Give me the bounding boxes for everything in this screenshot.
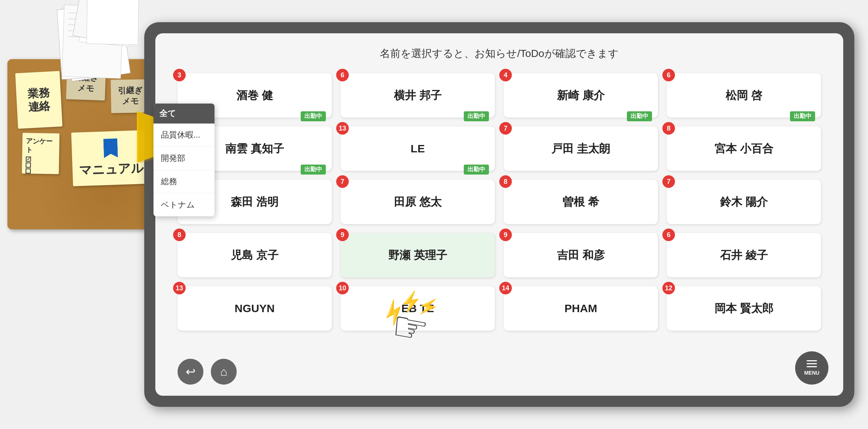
person-name-5: LE bbox=[411, 142, 425, 155]
badge-14: 9 bbox=[499, 229, 512, 241]
badge-17: 10 bbox=[336, 282, 349, 294]
menu-line-2 bbox=[807, 363, 817, 364]
person-name-13: 野瀬 英理子 bbox=[388, 248, 447, 263]
person-name-0: 酒巻 健 bbox=[236, 88, 273, 103]
person-card-5[interactable]: 13 LE 出勤中 bbox=[341, 126, 495, 171]
badge-5: 13 bbox=[336, 122, 349, 135]
dropdown-item-3[interactable]: ベトナム bbox=[153, 193, 215, 216]
dropdown-item-1[interactable]: 開発部 bbox=[153, 147, 215, 170]
menu-line-1 bbox=[807, 360, 817, 361]
person-name-19: 岡本 賢太郎 bbox=[715, 301, 773, 316]
person-name-10: 曽根 希 bbox=[563, 195, 599, 210]
checkbox-2 bbox=[26, 162, 31, 168]
checkbox-1 bbox=[26, 156, 31, 162]
dropdown-item-0[interactable]: 品質休暇... bbox=[153, 124, 215, 147]
person-card-11[interactable]: 7 鈴木 陽介 bbox=[667, 180, 821, 224]
status-badge-0: 出勤中 bbox=[301, 111, 326, 121]
manual-bookmark-icon bbox=[103, 138, 118, 158]
person-card-9[interactable]: 7 田原 悠太 bbox=[341, 180, 495, 224]
home-button[interactable]: ⌂ bbox=[211, 359, 237, 385]
anketo-label: アンケート bbox=[26, 136, 56, 155]
anketo-line-3 bbox=[26, 168, 31, 173]
person-card-12[interactable]: 8 児島 京子 bbox=[178, 233, 332, 277]
anketo-lines bbox=[26, 156, 31, 174]
badge-7: 8 bbox=[662, 122, 675, 135]
person-name-14: 吉田 和彦 bbox=[557, 248, 604, 263]
note-gyomurenraku: 業務 連絡 bbox=[15, 71, 63, 129]
badge-9: 7 bbox=[336, 175, 349, 188]
badge-2: 4 bbox=[499, 69, 512, 81]
home-icon: ⌂ bbox=[220, 365, 227, 379]
person-name-16: NGUYN bbox=[234, 302, 274, 315]
back-icon: ↩ bbox=[186, 365, 196, 379]
badge-15: 6 bbox=[662, 229, 675, 241]
person-name-6: 戸田 圭太朗 bbox=[551, 141, 610, 156]
person-name-4: 南雲 真知子 bbox=[225, 141, 284, 156]
person-card-7[interactable]: 8 宮本 小百合 bbox=[667, 126, 821, 171]
person-card-18[interactable]: 14 PHAM bbox=[504, 286, 658, 331]
dropdown-header: 全て bbox=[153, 104, 215, 124]
status-badge-1: 出勤中 bbox=[464, 111, 489, 121]
person-card-6[interactable]: 7 戸田 圭太朗 bbox=[504, 126, 658, 171]
person-card-2[interactable]: 4 新崎 康介 出勤中 bbox=[504, 73, 658, 118]
person-name-1: 横井 邦子 bbox=[394, 88, 441, 103]
badge-10: 8 bbox=[499, 175, 512, 188]
tablet: 名前を選択すると、お知らせ/ToDoが確認できます 3 酒巻 健 出勤中 6 横… bbox=[144, 22, 854, 407]
anketo-line-1 bbox=[26, 156, 31, 162]
paper-sheet-6 bbox=[87, 0, 139, 45]
person-card-3[interactable]: 6 松岡 啓 出勤中 bbox=[667, 73, 821, 118]
badge-3: 6 bbox=[662, 69, 675, 81]
bottom-nav: ↩ ⌂ bbox=[178, 359, 237, 385]
badge-0: 3 bbox=[173, 69, 186, 81]
badge-1: 6 bbox=[336, 69, 349, 81]
corkboard: 業務 連絡 引継ぎ メモ 引継ぎ メモ アンケート マニュアル bbox=[7, 59, 155, 229]
menu-lines bbox=[807, 360, 817, 367]
person-name-8: 森田 浩明 bbox=[231, 195, 278, 210]
person-card-10[interactable]: 8 曽根 希 bbox=[504, 180, 658, 224]
back-button[interactable]: ↩ bbox=[178, 359, 203, 385]
badge-12: 8 bbox=[173, 229, 186, 241]
badge-16: 13 bbox=[173, 282, 186, 294]
anketo-line-2 bbox=[26, 162, 31, 168]
menu-line-3 bbox=[807, 366, 817, 367]
menu-button[interactable]: MENU bbox=[795, 351, 828, 385]
person-name-2: 新崎 康介 bbox=[557, 88, 604, 103]
person-card-14[interactable]: 9 吉田 和彦 bbox=[504, 233, 658, 277]
person-card-17[interactable]: 10 EB TE bbox=[341, 286, 495, 331]
person-card-19[interactable]: 12 岡本 賢太郎 bbox=[667, 286, 821, 331]
person-card-16[interactable]: 13 NGUYN bbox=[178, 286, 332, 331]
tablet-screen: 名前を選択すると、お知らせ/ToDoが確認できます 3 酒巻 健 出勤中 6 横… bbox=[155, 33, 843, 396]
person-name-11: 鈴木 陽介 bbox=[720, 195, 767, 210]
status-badge-3: 出勤中 bbox=[790, 111, 815, 121]
badge-18: 14 bbox=[499, 282, 512, 294]
status-badge-4: 出勤中 bbox=[301, 165, 326, 175]
badge-11: 7 bbox=[662, 175, 675, 188]
person-name-9: 田原 悠太 bbox=[394, 195, 441, 210]
checkbox-3 bbox=[26, 168, 31, 173]
badge-19: 12 bbox=[662, 282, 675, 294]
name-grid: 3 酒巻 健 出勤中 6 横井 邦子 出勤中 4 新崎 康介 出勤中 6 松岡 … bbox=[155, 73, 843, 331]
menu-label: MENU bbox=[804, 370, 819, 376]
person-name-3: 松岡 啓 bbox=[726, 88, 762, 103]
status-badge-5: 出勤中 bbox=[464, 165, 489, 175]
instruction-text: 名前を選択すると、お知らせ/ToDoが確認できます bbox=[155, 33, 843, 70]
note-anketo: アンケート bbox=[22, 133, 60, 174]
person-card-13[interactable]: 9 野瀬 英理子 bbox=[341, 233, 495, 277]
person-name-12: 児島 京子 bbox=[231, 248, 278, 263]
person-name-18: PHAM bbox=[564, 302, 597, 315]
papers-stack bbox=[44, 4, 148, 78]
person-name-15: 石井 綾子 bbox=[720, 248, 767, 263]
person-card-1[interactable]: 6 横井 邦子 出勤中 bbox=[341, 73, 495, 118]
person-card-15[interactable]: 6 石井 綾子 bbox=[667, 233, 821, 277]
badge-6: 7 bbox=[499, 122, 512, 135]
badge-13: 9 bbox=[336, 229, 349, 241]
status-badge-2: 出勤中 bbox=[627, 111, 652, 121]
dropdown-menu: 全て 品質休暇... 開発部 総務 ベトナム bbox=[153, 104, 215, 216]
dropdown-item-2[interactable]: 総務 bbox=[153, 170, 215, 193]
person-name-7: 宮本 小百合 bbox=[715, 141, 773, 156]
person-name-17: EB TE bbox=[401, 302, 434, 315]
